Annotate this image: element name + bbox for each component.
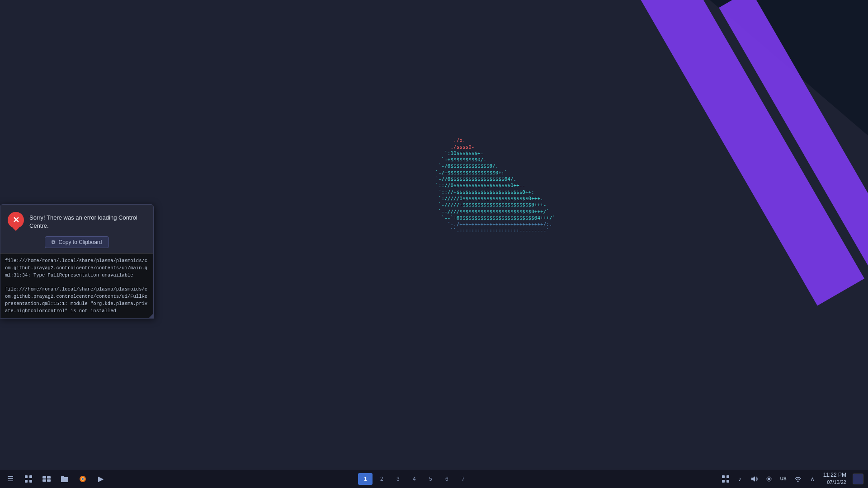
taskbar-activities-button[interactable] [20,470,37,488]
clock-date: 07/10/22 [823,479,846,486]
error-popup: Sorry! There was an error loading Contro… [0,204,154,319]
svg-rect-13 [722,480,725,483]
svg-rect-11 [722,475,725,478]
taskbar-menu-button[interactable]: ☰ [2,470,19,488]
svg-rect-3 [29,480,32,483]
svg-line-23 [770,477,771,478]
svg-rect-5 [47,476,51,479]
copy-button-label: Copy to Clipboard [58,239,102,245]
svg-point-16 [768,478,770,480]
volume-icon[interactable] [748,473,761,485]
taskbar-files-button[interactable] [56,470,73,488]
taskbar-right: ♪ US [719,471,868,486]
svg-line-24 [767,480,768,481]
ascii-art: ./o. ./ssss0- `:10$$$$$$$+- `:+$$$$$$$$$… [420,131,555,235]
error-log: file:///home/ronan/.local/share/plasma/p… [0,253,153,318]
svg-rect-6 [42,479,46,482]
svg-rect-14 [726,480,729,483]
svg-rect-12 [726,475,729,478]
svg-point-25 [797,480,798,482]
show-hidden-icons-button[interactable]: ∧ [806,473,819,485]
workspace-1[interactable]: 1 [358,473,373,485]
taskbar-left: ☰ [0,470,109,488]
copy-to-clipboard-button[interactable]: ⧉ Copy to Clipboard [45,236,108,248]
taskbar-pager-button[interactable] [38,470,55,488]
svg-rect-1 [29,475,32,478]
workspace-2[interactable]: 2 [374,473,389,485]
workspace-6[interactable]: 6 [439,473,454,485]
workspace-7[interactable]: 7 [456,473,470,485]
svg-rect-4 [42,476,46,479]
svg-rect-7 [47,479,51,482]
workspace-4[interactable]: 4 [407,473,421,485]
taskbar-more-button[interactable]: ▶ [92,470,109,488]
copy-icon: ⧉ [52,239,56,245]
app-grid-icon[interactable] [719,473,732,485]
background-corner [710,0,868,136]
media-player-icon[interactable]: ♪ [734,473,746,485]
svg-rect-2 [25,480,28,483]
show-desktop-button[interactable] [853,474,863,484]
clock-time: 11:22 PM [823,471,846,479]
svg-marker-15 [751,476,755,482]
wifi-icon[interactable] [792,473,804,485]
error-title: Sorry! There was an error loading Contro… [29,212,146,230]
system-clock[interactable]: 11:22 PM 07/10/22 [821,471,849,486]
error-header: Sorry! There was an error loading Contro… [0,205,153,235]
brightness-icon[interactable] [763,473,775,485]
svg-line-21 [767,477,768,478]
copy-btn-row: ⧉ Copy to Clipboard [0,235,153,253]
taskbar-workspaces: 1 2 3 4 5 6 7 [109,473,719,485]
workspace-3[interactable]: 3 [391,473,405,485]
svg-point-10 [82,478,84,480]
svg-rect-0 [25,475,28,478]
popup-tail [148,313,154,319]
workspace-5[interactable]: 5 [423,473,438,485]
svg-line-22 [770,480,771,481]
taskbar-firefox-button[interactable] [74,470,91,488]
error-icon [8,212,24,228]
keyboard-layout-icon[interactable]: US [777,473,790,485]
taskbar: ☰ [0,469,868,488]
